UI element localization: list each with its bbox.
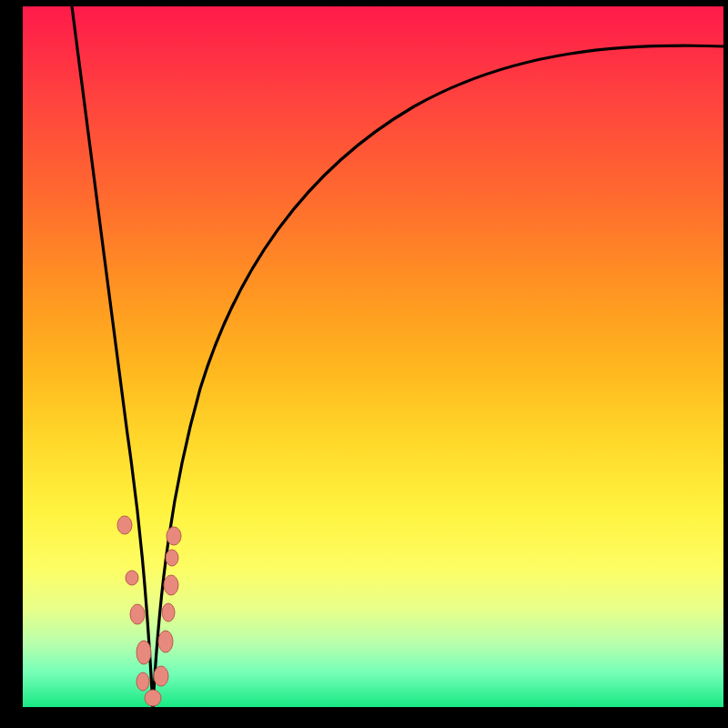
curve-left-branch xyxy=(72,6,153,707)
marker-dot xyxy=(126,571,138,585)
marker-dot xyxy=(136,672,149,691)
marker-dot xyxy=(166,550,178,566)
plot-area xyxy=(23,6,723,707)
marker-dot xyxy=(117,516,132,534)
curve-right-branch xyxy=(153,46,723,707)
marker-dot xyxy=(164,575,178,595)
marker-dot xyxy=(154,666,168,686)
marker-dot xyxy=(136,641,151,664)
marker-group xyxy=(117,516,181,706)
marker-dot xyxy=(145,690,161,706)
marker-dot xyxy=(130,604,145,624)
bottleneck-curve xyxy=(23,6,723,707)
marker-dot xyxy=(158,631,173,652)
marker-dot xyxy=(167,527,181,545)
marker-dot xyxy=(162,603,175,622)
